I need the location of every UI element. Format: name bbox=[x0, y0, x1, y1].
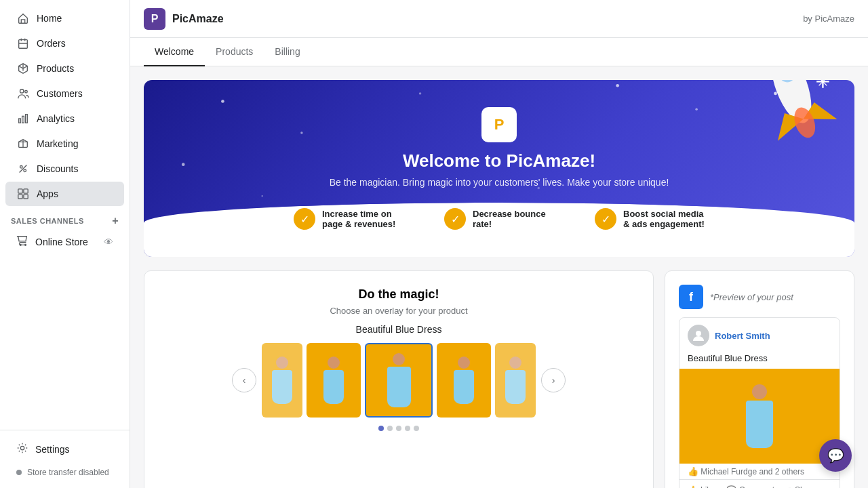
sidebar-item-online-store[interactable]: Online Store 👁 bbox=[5, 230, 124, 253]
svg-rect-9 bbox=[18, 189, 22, 193]
app-logo-letter: P bbox=[151, 13, 159, 25]
sidebar-item-products-label: Products bbox=[37, 63, 74, 74]
content-area: P Welcome to PicAmaze! Be the magician. … bbox=[130, 66, 868, 488]
svg-rect-11 bbox=[18, 195, 22, 199]
comment-action[interactable]: 💬 Comment bbox=[726, 485, 774, 488]
settings-label: Settings bbox=[35, 444, 70, 455]
svg-rect-5 bbox=[26, 115, 28, 123]
carousel-image-1[interactable] bbox=[262, 343, 302, 418]
share-label: Share bbox=[795, 485, 816, 488]
sidebar-item-home-label: Home bbox=[37, 13, 62, 24]
sidebar-item-analytics[interactable]: Analytics bbox=[5, 106, 124, 131]
svg-point-16 bbox=[221, 100, 224, 103]
hero-feature-2: ✓ Decrease bounce rate! bbox=[444, 208, 554, 230]
preview-product-name: Beautiful Blue Dress bbox=[679, 353, 840, 369]
hero-feature-1: ✓ Increase time on page & revenues! bbox=[294, 208, 403, 230]
carousel-dot-2[interactable] bbox=[387, 426, 393, 431]
chat-icon: 💬 bbox=[827, 447, 844, 464]
svg-point-7 bbox=[24, 169, 26, 172]
app-header: P PicAmaze by PicAmaze bbox=[130, 0, 868, 38]
sidebar-item-marketing-label: Marketing bbox=[37, 138, 78, 149]
comment-icon: 💬 bbox=[726, 485, 736, 488]
svg-point-24 bbox=[262, 195, 263, 197]
preview-actions: 👍 Like 💬 Comment ↗ Share bbox=[679, 479, 840, 488]
analytics-icon bbox=[16, 112, 30, 125]
carousel-prev-button[interactable]: ‹ bbox=[232, 368, 256, 392]
svg-rect-4 bbox=[22, 116, 24, 123]
hero-logo: P bbox=[481, 107, 517, 142]
sidebar-item-customers-label: Customers bbox=[37, 88, 83, 99]
share-action[interactable]: ↗ Share bbox=[785, 485, 816, 488]
sidebar-item-marketing[interactable]: Marketing bbox=[5, 131, 124, 156]
store-transfer-label: Store transfer disabled bbox=[27, 468, 109, 477]
svg-point-21 bbox=[616, 84, 619, 87]
svg-line-34 bbox=[819, 80, 827, 85]
svg-rect-0 bbox=[19, 40, 28, 49]
customers-icon bbox=[16, 87, 30, 100]
carousel-dot-1[interactable] bbox=[378, 426, 384, 431]
preview-image bbox=[679, 369, 840, 464]
facebook-icon: f bbox=[679, 285, 703, 309]
svg-point-26 bbox=[763, 80, 820, 128]
sidebar-item-apps-label: Apps bbox=[37, 188, 58, 199]
preview-user: Robert Smith bbox=[679, 318, 840, 353]
sidebar-item-orders[interactable]: Orders bbox=[5, 31, 124, 56]
svg-point-23 bbox=[774, 92, 777, 96]
sidebar-item-customers[interactable]: Customers bbox=[5, 81, 124, 106]
hero-subtitle: Be the magician. Bring magic into your c… bbox=[171, 177, 827, 188]
like-action[interactable]: 👍 Like bbox=[688, 485, 715, 488]
discounts-icon bbox=[16, 162, 30, 176]
svg-line-33 bbox=[819, 80, 827, 85]
sidebar-item-discounts[interactable]: Discounts bbox=[5, 157, 124, 181]
carousel-next-button[interactable]: › bbox=[541, 368, 566, 392]
carousel-images bbox=[262, 343, 536, 418]
sidebar-item-orders-label: Orders bbox=[37, 38, 66, 49]
hero-feature-text-1: Increase time on page & revenues! bbox=[322, 209, 403, 229]
sidebar-item-apps[interactable]: Apps bbox=[5, 182, 124, 206]
carousel-image-4[interactable] bbox=[437, 343, 491, 418]
marketing-icon bbox=[16, 137, 30, 150]
sidebar-item-analytics-label: Analytics bbox=[37, 113, 75, 124]
app-name: PicAmaze bbox=[172, 13, 224, 25]
preview-header: f *Preview of your post bbox=[679, 285, 840, 309]
product-name: Beautiful Blue Dress bbox=[161, 324, 637, 335]
product-card-title: Do the magic! bbox=[161, 287, 637, 302]
check-icon-2: ✓ bbox=[444, 208, 466, 230]
svg-rect-12 bbox=[24, 195, 28, 199]
sidebar-item-settings[interactable]: Settings bbox=[5, 436, 124, 462]
check-icon-1: ✓ bbox=[294, 208, 315, 230]
chat-button[interactable]: 💬 bbox=[819, 439, 852, 472]
product-card-subtitle: Choose an overlay for your product bbox=[161, 306, 637, 316]
hero-feature-text-3: Boost social media & ads engagement! bbox=[623, 209, 705, 229]
like-count: 👍 Michael Furdge and 2 others bbox=[679, 464, 840, 479]
sidebar-item-products[interactable]: Products bbox=[5, 56, 124, 81]
app-by-label: by PicAmaze bbox=[803, 14, 854, 24]
online-store-view-icon[interactable]: 👁 bbox=[104, 237, 113, 247]
svg-point-14 bbox=[25, 244, 26, 245]
tab-welcome[interactable]: Welcome bbox=[144, 38, 205, 66]
tab-products[interactable]: Products bbox=[205, 38, 264, 66]
sales-channels-section: SALES CHANNELS + bbox=[0, 207, 130, 230]
carousel-image-2[interactable] bbox=[307, 343, 361, 418]
home-icon bbox=[16, 12, 30, 25]
carousel-image-5[interactable] bbox=[495, 343, 536, 418]
carousel-dot-3[interactable] bbox=[396, 426, 401, 431]
sidebar: Home Orders Products bbox=[0, 0, 130, 488]
sidebar-item-home[interactable]: Home bbox=[5, 6, 124, 30]
orders-icon bbox=[16, 37, 30, 50]
svg-rect-3 bbox=[19, 119, 21, 123]
svg-point-1 bbox=[20, 89, 24, 93]
svg-point-15 bbox=[20, 446, 24, 449]
tab-billing[interactable]: Billing bbox=[264, 38, 311, 66]
svg-point-22 bbox=[695, 108, 697, 110]
store-transfer-status: Store transfer disabled bbox=[5, 462, 124, 483]
bottom-section: Do the magic! Choose an overlay for your… bbox=[144, 270, 854, 488]
carousel-dot-4[interactable] bbox=[405, 426, 410, 431]
carousel-dot-5[interactable] bbox=[414, 426, 419, 431]
hero-logo-letter: P bbox=[494, 116, 505, 134]
user-name: Robert Smith bbox=[715, 331, 770, 341]
app-logo: P bbox=[144, 8, 165, 30]
carousel-image-3[interactable] bbox=[365, 343, 433, 418]
svg-point-30 bbox=[791, 104, 819, 140]
add-sales-channel-button[interactable]: + bbox=[112, 215, 119, 227]
